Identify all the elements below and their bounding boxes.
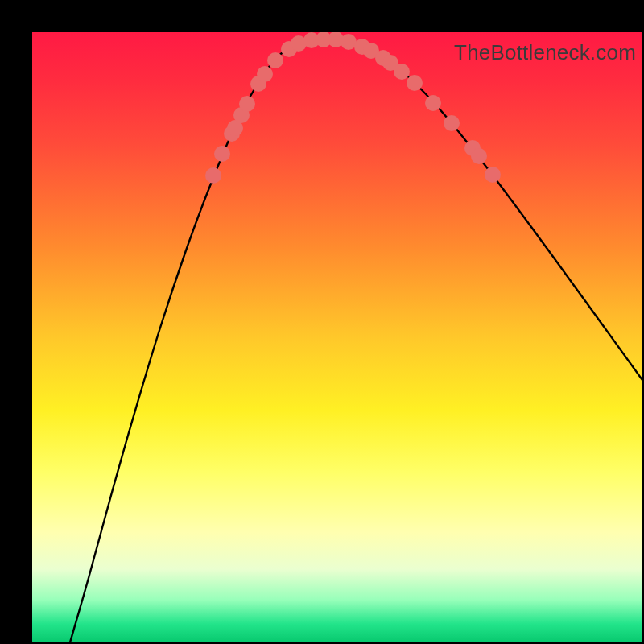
curve-line [70,40,642,642]
data-marker [425,95,441,111]
data-marker [239,96,255,112]
plot-area: TheBottleneck.com [32,32,642,642]
data-marker [214,146,230,162]
data-marker [485,167,501,183]
data-marker [341,34,357,50]
data-marker [257,66,273,82]
data-marker [205,167,221,184]
data-marker [267,52,283,68]
data-marker [471,148,487,164]
data-marker [444,115,460,131]
chart-frame: TheBottleneck.com [0,0,644,644]
chart-svg [32,32,642,642]
data-marker [407,75,423,91]
data-marker [394,64,410,80]
